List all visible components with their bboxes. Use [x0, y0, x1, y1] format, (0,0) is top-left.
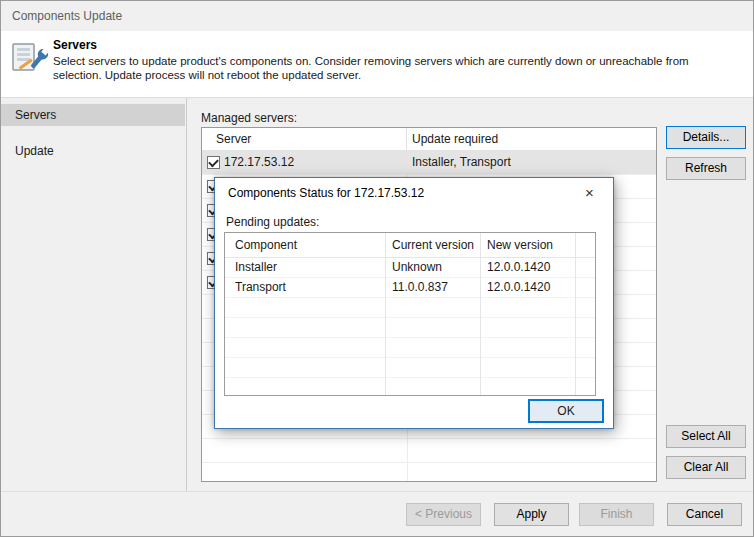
components-update-window: Components Update Servers Select servers… [0, 0, 754, 537]
new-version: 12.0.0.1420 [487, 278, 550, 297]
server-tools-icon [10, 37, 48, 75]
table-row[interactable]: Installer Unknown 12.0.0.1420 [225, 258, 595, 278]
table-header: Server Update required [202, 128, 656, 151]
empty-row [225, 318, 595, 338]
sidebar-item-label: Update [15, 144, 54, 158]
current-version: Unknown [392, 258, 442, 277]
pending-updates-label: Pending updates: [226, 215, 319, 229]
managed-servers-label: Managed servers: [201, 111, 297, 125]
components-status-dialog: Components Status for 172.17.53.12 × Pen… [214, 177, 614, 429]
pending-updates-table: Component Current version New version In… [224, 232, 596, 396]
column-divider [575, 233, 576, 395]
update-required-value: Installer, Transport [412, 151, 511, 174]
refresh-button[interactable]: Refresh [666, 157, 746, 180]
column-header-server[interactable]: Server [202, 128, 407, 150]
empty-row [225, 358, 595, 378]
page-title: Servers [53, 38, 97, 52]
empty-row [225, 298, 595, 318]
apply-button[interactable]: Apply [494, 503, 569, 526]
cancel-button[interactable]: Cancel [667, 503, 742, 526]
wizard-sidebar: Servers Update [1, 98, 187, 491]
column-divider [385, 233, 386, 395]
column-header-current-version[interactable]: Current version [392, 233, 474, 257]
sidebar-item-update[interactable]: Update [1, 140, 185, 162]
dialog-titlebar: Components Status for 172.17.53.12 × [215, 178, 613, 208]
empty-row [202, 463, 656, 482]
window-titlebar: Components Update [1, 1, 753, 31]
empty-row [225, 378, 595, 396]
column-header-component[interactable]: Component [235, 233, 297, 257]
server-name: 172.17.53.12 [224, 151, 294, 174]
window-title: Components Update [12, 1, 122, 31]
dialog-title: Components Status for 172.17.53.12 [228, 178, 424, 208]
new-version: 12.0.0.1420 [487, 258, 550, 277]
component-name: Transport [235, 278, 286, 297]
page-description: Select servers to update product's compo… [53, 55, 725, 82]
details-button[interactable]: Details... [666, 126, 746, 149]
wizard-header: Servers Select servers to update product… [1, 31, 753, 98]
table-row[interactable]: Transport 11.0.0.837 12.0.0.1420 [225, 278, 595, 298]
clear-all-button[interactable]: Clear All [666, 456, 746, 479]
sidebar-item-servers[interactable]: Servers [1, 104, 185, 126]
ok-button[interactable]: OK [528, 399, 604, 423]
table-header: Component Current version New version [225, 233, 595, 258]
component-name: Installer [235, 258, 277, 277]
wizard-footer: < Previous Apply Finish Cancel [1, 491, 753, 537]
previous-button: < Previous [406, 503, 481, 526]
column-header-new-version[interactable]: New version [487, 233, 553, 257]
current-version: 11.0.0.837 [392, 278, 448, 297]
column-divider [480, 233, 481, 395]
table-row[interactable]: 172.17.53.12 Installer, Transport [202, 151, 656, 175]
close-icon[interactable]: × [567, 179, 612, 207]
server-checkbox[interactable] [207, 156, 220, 169]
empty-row [225, 338, 595, 358]
empty-row [202, 439, 656, 463]
select-all-button[interactable]: Select All [666, 425, 746, 448]
finish-button: Finish [579, 503, 654, 526]
column-header-update-required[interactable]: Update required [407, 128, 656, 150]
sidebar-item-label: Servers [15, 108, 56, 122]
